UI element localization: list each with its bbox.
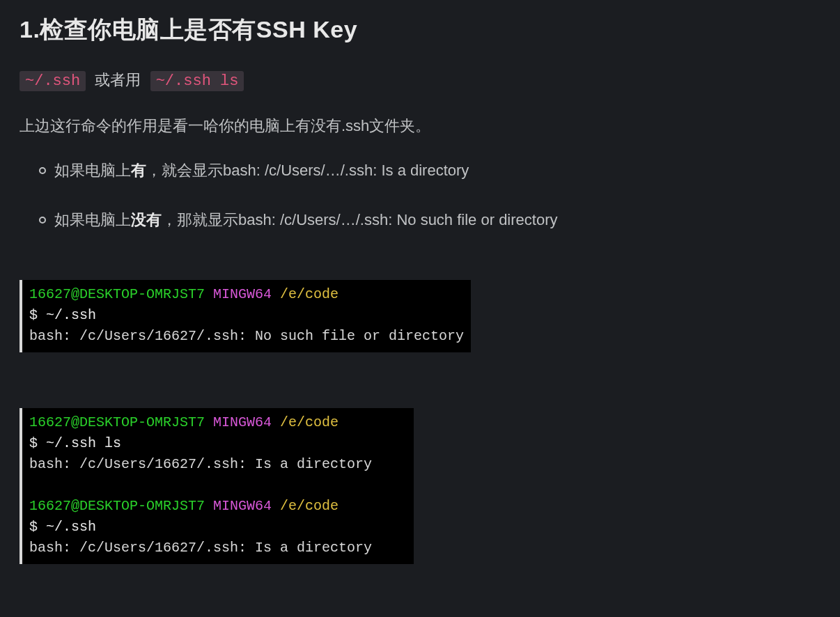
bullet-post: ，就会显示bash: /c/Users/…/.ssh: Is a directo… xyxy=(146,162,469,179)
bullet-bold: 有 xyxy=(131,162,146,179)
terminal-system: MINGW64 xyxy=(213,498,280,514)
article-section: 1.检查你电脑上是否有SSH Key ~/.ssh 或者用 ~/.ssh ls … xyxy=(0,0,840,592)
terminal-system: MINGW64 xyxy=(213,286,280,302)
bullet-pre: 如果电脑上 xyxy=(54,162,131,179)
terminal-path: /e/code xyxy=(280,414,339,430)
terminal-path: /e/code xyxy=(280,286,339,302)
bullet-pre: 如果电脑上 xyxy=(54,211,131,228)
terminal-user: 16627@DESKTOP-OMRJST7 xyxy=(29,286,213,302)
terminal-screenshot-2: 16627@DESKTOP-OMRJST7 MINGW64 /e/code $ … xyxy=(20,408,414,564)
terminal-output: bash: /c/Users/16627/.ssh: Is a director… xyxy=(29,456,372,472)
terminal-command: $ ~/.ssh xyxy=(29,307,96,323)
section-heading: 1.检查你电脑上是否有SSH Key xyxy=(20,14,820,46)
bullet-bold: 没有 xyxy=(131,211,162,228)
terminal-output: bash: /c/Users/16627/.ssh: Is a director… xyxy=(29,540,372,556)
paragraph-explanation: 上边这行命令的作用是看一哈你的电脑上有没有.ssh文件夹。 xyxy=(20,116,820,136)
bullet-post: ，那就显示bash: /c/Users/…/.ssh: No such file… xyxy=(162,211,558,228)
list-item: 如果电脑上没有，那就显示bash: /c/Users/…/.ssh: No su… xyxy=(54,208,820,231)
terminal-system: MINGW64 xyxy=(213,414,280,430)
terminal-output: bash: /c/Users/16627/.ssh: No such file … xyxy=(29,328,464,344)
inline-code-1: ~/.ssh xyxy=(20,71,86,91)
terminal-path: /e/code xyxy=(280,498,339,514)
list-item: 如果电脑上有，就会显示bash: /c/Users/…/.ssh: Is a d… xyxy=(54,159,820,182)
terminal-user: 16627@DESKTOP-OMRJST7 xyxy=(29,414,213,430)
terminal-user: 16627@DESKTOP-OMRJST7 xyxy=(29,498,213,514)
terminal-command: $ ~/.ssh ls xyxy=(29,435,121,451)
bullet-list: 如果电脑上有，就会显示bash: /c/Users/…/.ssh: Is a d… xyxy=(20,159,820,231)
terminal-command: $ ~/.ssh xyxy=(29,519,96,535)
code-separator: 或者用 xyxy=(86,72,150,90)
terminal-screenshot-1: 16627@DESKTOP-OMRJST7 MINGW64 /e/code $ … xyxy=(20,280,471,352)
command-summary-line: ~/.ssh 或者用 ~/.ssh ls xyxy=(20,70,820,91)
inline-code-2: ~/.ssh ls xyxy=(150,71,244,91)
